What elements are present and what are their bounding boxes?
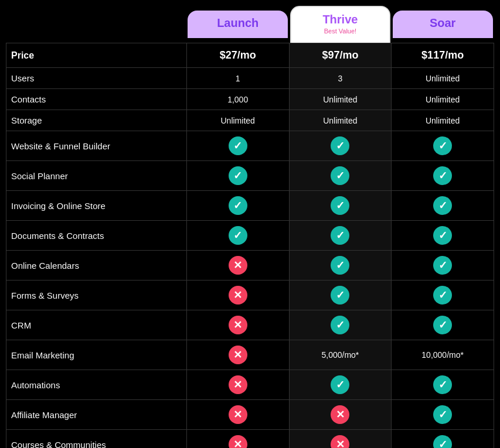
feature-label: Affiliate Manager (6, 400, 187, 430)
table-row: Price$27/mo$97/mo$117/mo (6, 43, 494, 68)
feature-col-header (6, 6, 187, 43)
plan-header-thrive: Thrive Best Value! (290, 6, 390, 43)
x-icon: ✕ (229, 435, 247, 448)
check-icon: ✓ (229, 136, 247, 155)
check-icon: ✓ (229, 196, 247, 215)
soar-cell: ✓ (392, 191, 494, 221)
soar-cell: ✓ (392, 370, 494, 400)
table-row: CRM✕✓✓ (6, 310, 494, 340)
soar-cell: Unlimited (392, 110, 494, 131)
launch-cell: ✓ (186, 161, 289, 191)
launch-cell: ✕ (186, 340, 289, 370)
thrive-cell: ✓ (289, 221, 392, 251)
x-icon: ✕ (331, 405, 349, 424)
feature-label: Email Marketing (6, 340, 187, 370)
soar-cell: $117/mo (392, 43, 494, 68)
feature-label: Invoicing & Online Store (6, 191, 187, 221)
launch-cell: $27/mo (186, 43, 289, 68)
x-icon: ✕ (229, 286, 247, 305)
launch-cell: ✕ (186, 370, 289, 400)
x-icon: ✕ (229, 375, 247, 394)
launch-cell: ✕ (186, 310, 289, 340)
plan-header-soar: Soar (393, 11, 493, 38)
table-row: Invoicing & Online Store✓✓✓ (6, 191, 494, 221)
soar-cell: ✓ (392, 430, 494, 449)
x-icon: ✕ (229, 316, 247, 334)
launch-cell: ✓ (186, 131, 289, 161)
launch-cell: ✕ (186, 400, 289, 430)
launch-cell: 1 (186, 68, 289, 89)
soar-cell: Unlimited (392, 68, 494, 89)
pricing-table-wrapper: Launch Thrive Best Value! Soar Price$27/… (0, 0, 500, 448)
check-icon: ✓ (331, 196, 349, 215)
check-icon: ✓ (331, 316, 349, 334)
x-icon: ✕ (229, 405, 247, 424)
thrive-cell: 5,000/mo* (289, 340, 392, 370)
feature-label: Contacts (6, 89, 187, 110)
launch-cell: ✕ (186, 281, 289, 310)
thrive-cell: ✓ (289, 161, 392, 191)
check-icon: ✓ (229, 226, 247, 245)
feature-label: Online Calendars (6, 251, 187, 281)
x-icon: ✕ (229, 346, 247, 364)
feature-label: Social Planner (6, 161, 187, 191)
soar-cell: Unlimited (392, 89, 494, 110)
pricing-table: Launch Thrive Best Value! Soar Price$27/… (6, 6, 494, 448)
table-row: Online Calendars✕✓✓ (6, 251, 494, 281)
check-icon: ✓ (433, 435, 452, 448)
check-icon: ✓ (433, 405, 452, 424)
thrive-cell: Unlimited (289, 110, 392, 131)
launch-cell: Unlimited (186, 110, 289, 131)
table-row: Forms & Surveys✕✓✓ (6, 281, 494, 310)
table-row: Email Marketing✕5,000/mo*10,000/mo* (6, 340, 494, 370)
feature-label: Users (6, 68, 187, 89)
check-icon: ✓ (433, 166, 452, 185)
check-icon: ✓ (331, 136, 349, 155)
feature-label: Price (6, 43, 187, 68)
thrive-cell: ✓ (289, 251, 392, 281)
thrive-cell: ✕ (289, 430, 392, 449)
table-row: Users13Unlimited (6, 68, 494, 89)
table-row: Automations✕✓✓ (6, 370, 494, 400)
check-icon: ✓ (433, 375, 452, 394)
check-icon: ✓ (331, 166, 349, 185)
thrive-cell: ✓ (289, 131, 392, 161)
thrive-best-value: Best Value! (294, 28, 386, 35)
table-row: Website & Funnel Builder✓✓✓ (6, 131, 494, 161)
launch-cell: 1,000 (186, 89, 289, 110)
x-icon: ✕ (229, 256, 247, 275)
table-row: Contacts1,000UnlimitedUnlimited (6, 89, 494, 110)
soar-cell: ✓ (392, 310, 494, 340)
check-icon: ✓ (433, 286, 452, 305)
launch-cell: ✕ (186, 251, 289, 281)
check-icon: ✓ (331, 226, 349, 245)
plan-header-launch: Launch (188, 11, 288, 38)
thrive-cell: ✓ (289, 370, 392, 400)
feature-label: Forms & Surveys (6, 281, 187, 310)
check-icon: ✓ (433, 226, 452, 245)
feature-label: Storage (6, 110, 187, 131)
thrive-cell: ✓ (289, 281, 392, 310)
thrive-plan-name: Thrive (322, 13, 358, 26)
table-row: Courses & Communities✕✕✓ (6, 430, 494, 449)
check-icon: ✓ (433, 256, 452, 275)
table-row: Affiliate Manager✕✕✓ (6, 400, 494, 430)
table-row: StorageUnlimitedUnlimitedUnlimited (6, 110, 494, 131)
feature-label: Documents & Contracts (6, 221, 187, 251)
table-row: Social Planner✓✓✓ (6, 161, 494, 191)
header-row: Launch Thrive Best Value! Soar (6, 6, 494, 43)
check-icon: ✓ (433, 196, 452, 215)
thrive-cell: $97/mo (289, 43, 392, 68)
thrive-cell: 3 (289, 68, 392, 89)
soar-cell: ✓ (392, 161, 494, 191)
check-icon: ✓ (229, 166, 247, 185)
soar-cell: ✓ (392, 251, 494, 281)
soar-cell: ✓ (392, 281, 494, 310)
check-icon: ✓ (433, 316, 452, 334)
feature-label: Website & Funnel Builder (6, 131, 187, 161)
feature-label: Automations (6, 370, 187, 400)
thrive-cell: ✕ (289, 400, 392, 430)
launch-cell: ✓ (186, 221, 289, 251)
thrive-cell: ✓ (289, 310, 392, 340)
check-icon: ✓ (433, 136, 452, 155)
